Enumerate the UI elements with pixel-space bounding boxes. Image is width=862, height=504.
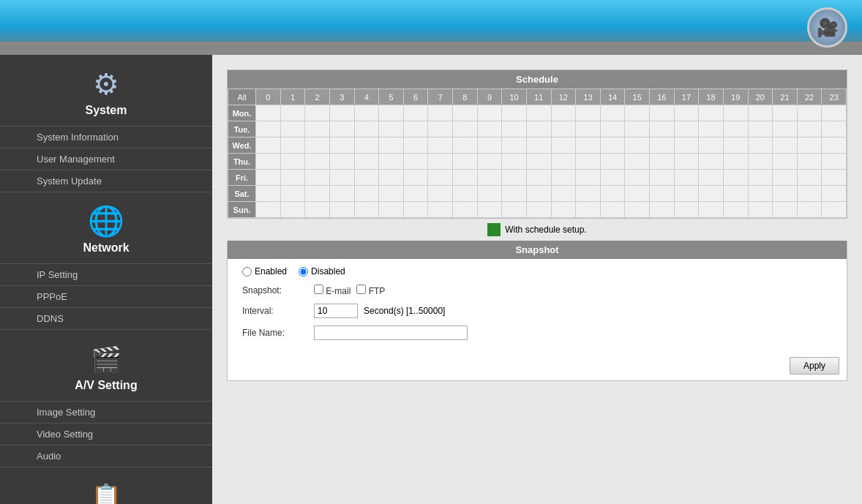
- schedule-cell[interactable]: [354, 121, 379, 138]
- schedule-cell[interactable]: [699, 138, 724, 154]
- schedule-cell[interactable]: [329, 186, 354, 202]
- schedule-cell[interactable]: [256, 138, 281, 154]
- sidebar-item-user-management[interactable]: User Management: [0, 148, 212, 170]
- sidebar-item-system-information[interactable]: System Information: [0, 126, 212, 148]
- schedule-cell[interactable]: [453, 105, 478, 121]
- schedule-cell[interactable]: [650, 202, 675, 218]
- schedule-cell[interactable]: [674, 154, 699, 170]
- schedule-cell[interactable]: [551, 170, 576, 186]
- schedule-cell[interactable]: [699, 105, 724, 121]
- schedule-cell[interactable]: [477, 202, 502, 218]
- schedule-cell[interactable]: [551, 138, 576, 154]
- schedule-cell[interactable]: [305, 105, 330, 121]
- schedule-cell[interactable]: [797, 105, 822, 121]
- schedule-cell[interactable]: [723, 186, 748, 202]
- schedule-cell[interactable]: [748, 202, 773, 218]
- schedule-cell[interactable]: [329, 202, 354, 218]
- schedule-cell[interactable]: [428, 138, 453, 154]
- schedule-cell[interactable]: [773, 202, 798, 218]
- schedule-cell[interactable]: [453, 121, 478, 138]
- schedule-cell[interactable]: [674, 138, 699, 154]
- schedule-cell[interactable]: [477, 170, 502, 186]
- schedule-cell[interactable]: [329, 121, 354, 138]
- schedule-cell[interactable]: [280, 121, 305, 138]
- schedule-cell[interactable]: [797, 170, 822, 186]
- schedule-cell[interactable]: [329, 170, 354, 186]
- schedule-cell[interactable]: [526, 202, 551, 218]
- schedule-cell[interactable]: [256, 105, 281, 121]
- schedule-cell[interactable]: [403, 202, 428, 218]
- schedule-cell[interactable]: [256, 186, 281, 202]
- schedule-cell[interactable]: [576, 170, 601, 186]
- schedule-cell[interactable]: [354, 202, 379, 218]
- schedule-cell[interactable]: [822, 105, 847, 121]
- schedule-cell[interactable]: [403, 138, 428, 154]
- schedule-cell[interactable]: [428, 105, 453, 121]
- schedule-cell[interactable]: [526, 186, 551, 202]
- filename-input[interactable]: [314, 326, 468, 340]
- schedule-cell[interactable]: [379, 121, 404, 138]
- schedule-cell[interactable]: [699, 121, 724, 138]
- schedule-cell[interactable]: [379, 186, 404, 202]
- schedule-cell[interactable]: [600, 154, 625, 170]
- ftp-checkbox[interactable]: [356, 285, 366, 294]
- schedule-cell[interactable]: [280, 170, 305, 186]
- email-checkbox-label[interactable]: E-mail: [314, 285, 351, 296]
- schedule-cell[interactable]: [674, 170, 699, 186]
- schedule-cell[interactable]: [305, 202, 330, 218]
- schedule-cell[interactable]: [650, 121, 675, 138]
- schedule-cell[interactable]: [576, 154, 601, 170]
- schedule-cell[interactable]: [280, 186, 305, 202]
- schedule-cell[interactable]: [576, 105, 601, 121]
- schedule-cell[interactable]: [625, 170, 650, 186]
- schedule-cell[interactable]: [477, 186, 502, 202]
- schedule-cell[interactable]: [748, 170, 773, 186]
- schedule-cell[interactable]: [600, 138, 625, 154]
- schedule-cell[interactable]: [502, 138, 527, 154]
- schedule-cell[interactable]: [280, 138, 305, 154]
- schedule-cell[interactable]: [403, 154, 428, 170]
- schedule-cell[interactable]: [379, 170, 404, 186]
- schedule-cell[interactable]: [773, 154, 798, 170]
- schedule-cell[interactable]: [723, 154, 748, 170]
- sidebar-item-audio[interactable]: Audio: [0, 445, 212, 467]
- schedule-cell[interactable]: [403, 121, 428, 138]
- schedule-cell[interactable]: [403, 105, 428, 121]
- schedule-cell[interactable]: [305, 154, 330, 170]
- schedule-cell[interactable]: [699, 170, 724, 186]
- sidebar-item-system-update[interactable]: System Update: [0, 170, 212, 192]
- schedule-cell[interactable]: [305, 121, 330, 138]
- schedule-cell[interactable]: [551, 121, 576, 138]
- schedule-cell[interactable]: [625, 186, 650, 202]
- schedule-cell[interactable]: [600, 105, 625, 121]
- schedule-cell[interactable]: [822, 121, 847, 138]
- schedule-cell[interactable]: [576, 138, 601, 154]
- schedule-cell[interactable]: [748, 121, 773, 138]
- schedule-all-header[interactable]: All: [228, 89, 256, 105]
- sidebar-item-pppoe[interactable]: PPPoE: [0, 285, 212, 307]
- enabled-radio[interactable]: [242, 267, 252, 277]
- schedule-cell[interactable]: [379, 138, 404, 154]
- schedule-cell[interactable]: [379, 105, 404, 121]
- schedule-cell[interactable]: [329, 154, 354, 170]
- schedule-cell[interactable]: [797, 121, 822, 138]
- schedule-cell[interactable]: [354, 105, 379, 121]
- schedule-cell[interactable]: [453, 170, 478, 186]
- schedule-cell[interactable]: [453, 154, 478, 170]
- schedule-cell[interactable]: [477, 138, 502, 154]
- schedule-cell[interactable]: [329, 105, 354, 121]
- schedule-cell[interactable]: [650, 154, 675, 170]
- schedule-cell[interactable]: [748, 138, 773, 154]
- schedule-cell[interactable]: [551, 202, 576, 218]
- schedule-cell[interactable]: [625, 202, 650, 218]
- schedule-cell[interactable]: [699, 202, 724, 218]
- schedule-cell[interactable]: [723, 170, 748, 186]
- schedule-cell[interactable]: [723, 121, 748, 138]
- schedule-cell[interactable]: [453, 202, 478, 218]
- schedule-cell[interactable]: [674, 121, 699, 138]
- schedule-cell[interactable]: [773, 170, 798, 186]
- schedule-cell[interactable]: [797, 154, 822, 170]
- schedule-cell[interactable]: [526, 138, 551, 154]
- schedule-cell[interactable]: [674, 186, 699, 202]
- schedule-cell[interactable]: [625, 154, 650, 170]
